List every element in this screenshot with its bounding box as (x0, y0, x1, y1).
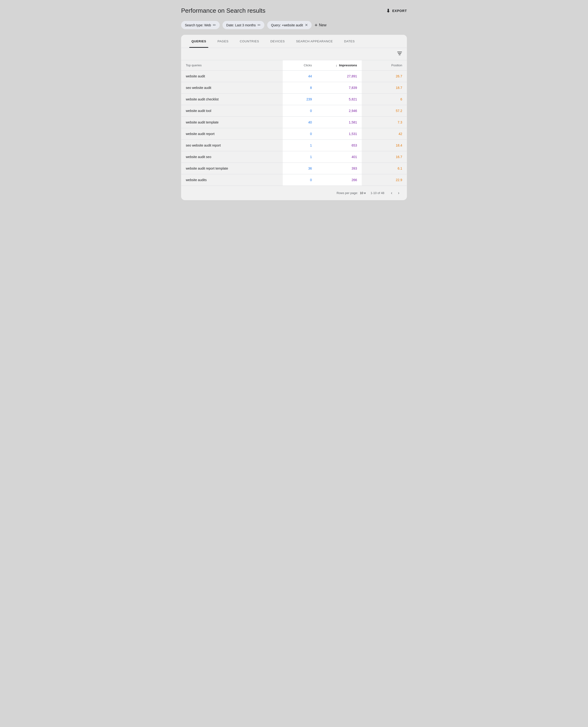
cell-query: seo website audit (181, 82, 283, 93)
cell-clicks: 239 (283, 93, 317, 105)
cell-clicks: 1 (283, 140, 317, 151)
table-row: website audits026622.9 (181, 174, 407, 186)
query-label: Query: +website audit (271, 23, 303, 27)
table-row: website audit checklist2395,8216 (181, 93, 407, 105)
table-row: website audit report template363936.1 (181, 163, 407, 174)
cell-query: website audit report template (181, 163, 283, 174)
tab-pages[interactable]: PAGES (212, 35, 234, 48)
export-icon: ⬇ (386, 8, 391, 14)
cell-impressions: 266 (317, 174, 362, 186)
cell-clicks: 44 (283, 70, 317, 82)
rows-per-page-select[interactable]: 10 ▾ (360, 191, 366, 195)
cell-position: 26.7 (362, 70, 407, 82)
page-title: Performance on Search results (181, 7, 265, 14)
search-type-label: Search type: Web (185, 23, 211, 27)
cell-position: 6 (362, 93, 407, 105)
cell-position: 42 (362, 128, 407, 140)
cell-position: 18.4 (362, 140, 407, 151)
tab-search-appearance[interactable]: SEARCH APPEARANCE (291, 35, 338, 48)
tab-dates[interactable]: DATES (338, 35, 360, 48)
page-info: 1-10 of 48 (371, 191, 384, 195)
cell-query: website audit tool (181, 105, 283, 117)
cell-position: 16.7 (362, 151, 407, 163)
cell-impressions: 653 (317, 140, 362, 151)
cell-query: website audit checklist (181, 93, 283, 105)
cell-impressions: 401 (317, 151, 362, 163)
close-icon[interactable]: ✕ (305, 23, 308, 27)
page-navigation: ‹ › (389, 190, 401, 196)
cell-impressions: 5,821 (317, 93, 362, 105)
new-label: New (319, 23, 327, 27)
cell-clicks: 8 (283, 82, 317, 93)
col-header-position[interactable]: Position (362, 60, 407, 70)
chevron-down-icon: ▾ (364, 191, 366, 195)
cell-impressions: 27,891 (317, 70, 362, 82)
table-row: website audit seo140116.7 (181, 151, 407, 163)
table-row: seo website audit87,83918.7 (181, 82, 407, 93)
cell-impressions: 393 (317, 163, 362, 174)
export-label: EXPORT (392, 9, 407, 13)
cell-clicks: 0 (283, 128, 317, 140)
cell-impressions: 1,531 (317, 128, 362, 140)
page-header: Performance on Search results ⬇ EXPORT (181, 7, 407, 14)
cell-query: website audit seo (181, 151, 283, 163)
edit-icon: ✏ (257, 23, 260, 27)
cell-clicks: 0 (283, 105, 317, 117)
cell-impressions: 1,581 (317, 117, 362, 128)
cell-clicks: 1 (283, 151, 317, 163)
cell-query: website audits (181, 174, 283, 186)
table-row: website audit report01,53142 (181, 128, 407, 140)
tabs-row: QUERIES PAGES COUNTRIES DEVICES SEARCH A… (181, 35, 407, 48)
date-label: Date: Last 3 months (226, 23, 256, 27)
cell-clicks: 0 (283, 174, 317, 186)
cell-query: website audit template (181, 117, 283, 128)
cell-query: seo website audit report (181, 140, 283, 151)
table-toolbar (181, 48, 407, 60)
export-button[interactable]: ⬇ EXPORT (386, 8, 407, 14)
tab-queries[interactable]: QUERIES (186, 35, 212, 48)
plus-icon: + (314, 22, 317, 28)
query-filter[interactable]: Query: +website audit ✕ (267, 21, 312, 29)
cell-position: 57.2 (362, 105, 407, 117)
main-card: QUERIES PAGES COUNTRIES DEVICES SEARCH A… (181, 35, 407, 200)
cell-position: 22.9 (362, 174, 407, 186)
cell-query: website audit report (181, 128, 283, 140)
rows-per-page-value: 10 (360, 191, 363, 195)
col-header-impressions[interactable]: ↓ Impressions (317, 60, 362, 70)
next-page-button[interactable]: › (396, 190, 401, 196)
tab-devices[interactable]: DEVICES (265, 35, 291, 48)
cell-impressions: 2,946 (317, 105, 362, 117)
table-row: seo website audit report165318.4 (181, 140, 407, 151)
col-header-clicks[interactable]: Clicks (283, 60, 317, 70)
cell-position: 6.1 (362, 163, 407, 174)
rows-per-page: Rows per page: 10 ▾ (337, 191, 366, 195)
edit-icon: ✏ (213, 23, 216, 27)
cell-impressions: 7,839 (317, 82, 362, 93)
cell-position: 7.3 (362, 117, 407, 128)
rows-per-page-label: Rows per page: (337, 191, 358, 195)
table-row: website audit template401,5817.3 (181, 117, 407, 128)
filters-row: Search type: Web ✏ Date: Last 3 months ✏… (181, 21, 407, 29)
table-row: website audit4427,89126.7 (181, 70, 407, 82)
column-filter-button[interactable] (397, 51, 402, 57)
col-header-query: Top queries (181, 60, 283, 70)
tab-countries[interactable]: COUNTRIES (234, 35, 265, 48)
new-filter-button[interactable]: + New (314, 22, 327, 28)
main-container: Performance on Search results ⬇ EXPORT S… (181, 7, 407, 720)
sort-down-icon: ↓ (336, 64, 337, 67)
cell-position: 18.7 (362, 82, 407, 93)
table-row: website audit tool02,94657.2 (181, 105, 407, 117)
cell-query: website audit (181, 70, 283, 82)
cell-clicks: 40 (283, 117, 317, 128)
data-table: Top queries Clicks ↓ Impressions Positio… (181, 60, 407, 186)
search-type-filter[interactable]: Search type: Web ✏ (181, 21, 220, 29)
prev-page-button[interactable]: ‹ (389, 190, 394, 196)
pagination-row: Rows per page: 10 ▾ 1-10 of 48 ‹ › (181, 186, 407, 200)
cell-clicks: 36 (283, 163, 317, 174)
date-filter[interactable]: Date: Last 3 months ✏ (223, 21, 265, 29)
